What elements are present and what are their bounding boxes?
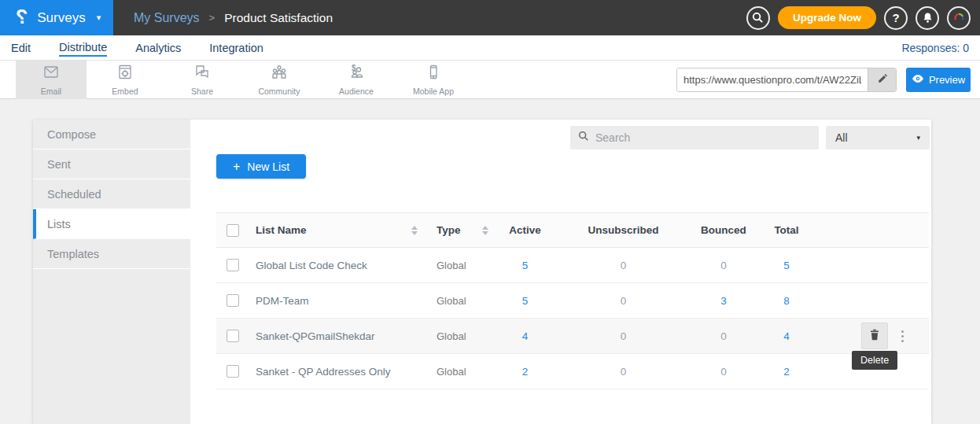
sidebar-item-templates[interactable]: Templates: [33, 239, 190, 269]
email-icon: [42, 64, 61, 84]
col-bounced: Bounced: [696, 213, 751, 248]
select-all-checkbox[interactable]: [227, 224, 239, 237]
tool-mobile-app[interactable]: Mobile App: [395, 61, 472, 99]
bounced-count[interactable]: 0: [696, 248, 751, 283]
new-list-button[interactable]: + New List: [216, 154, 306, 179]
top-bar: ? Surveys ▾ My Surveys > Product Satisfa…: [0, 0, 980, 35]
sidebar-item-scheduled[interactable]: Scheduled: [33, 179, 190, 209]
bounced-count[interactable]: 0: [696, 354, 751, 389]
tab-analytics[interactable]: Analytics: [135, 40, 181, 56]
unsubscribed-count[interactable]: 0: [551, 248, 696, 283]
upgrade-now-button[interactable]: Upgrade Now: [778, 6, 876, 29]
col-type: Type: [437, 224, 461, 236]
table-row: PDM-Team Global 5 0 3 8: [216, 283, 929, 319]
product-name: Surveys: [37, 10, 85, 26]
lists-panel: Compose Sent Scheduled Lists Templates A…: [33, 120, 931, 424]
select-checkbox[interactable]: [227, 259, 239, 271]
list-type: Global: [429, 319, 499, 354]
delete-list-button[interactable]: [861, 323, 888, 349]
sidebar-item-compose[interactable]: Compose: [33, 120, 190, 149]
search-icon[interactable]: [746, 6, 770, 30]
tool-share[interactable]: Share: [164, 61, 241, 99]
list-filter-dropdown[interactable]: All ▾: [826, 126, 930, 149]
community-icon: [270, 64, 289, 84]
table-row: Sanket - QP Addresses Only Global 2 0 0 …: [216, 354, 929, 389]
tab-integration[interactable]: Integration: [209, 40, 263, 56]
tool-email[interactable]: Email: [16, 61, 87, 99]
unsubscribed-count[interactable]: 0: [551, 319, 696, 354]
list-type: Global: [429, 248, 499, 283]
plus-icon: +: [233, 160, 240, 173]
distribute-sidebar: Compose Sent Scheduled Lists Templates: [33, 120, 190, 424]
email-lists-table: List Name Type Active Unsubscribed Bounc…: [216, 212, 929, 389]
col-unsubscribed: Unsubscribed: [551, 213, 696, 248]
notifications-bell-icon[interactable]: [916, 6, 939, 30]
sort-icon[interactable]: [482, 226, 488, 235]
col-active: Active: [499, 213, 551, 248]
list-type: Global: [429, 283, 499, 319]
embed-icon: [116, 64, 134, 84]
breadcrumb-my-surveys[interactable]: My Surveys: [134, 11, 200, 25]
chevron-down-icon: ▾: [97, 13, 101, 23]
preview-button[interactable]: Preview: [906, 68, 971, 92]
unsubscribed-count[interactable]: 0: [551, 354, 696, 389]
eye-icon: [912, 74, 924, 86]
bounced-count[interactable]: 3: [696, 283, 751, 319]
help-icon[interactable]: ?: [884, 6, 908, 30]
pencil-icon: [877, 73, 888, 87]
active-count[interactable]: 4: [499, 319, 551, 354]
sidebar-item-sent[interactable]: Sent: [33, 149, 190, 179]
row-menu-icon[interactable]: [898, 327, 907, 345]
product-switcher[interactable]: ? Surveys ▾: [0, 0, 113, 35]
topbar-actions: Upgrade Now ?: [746, 0, 971, 35]
bounced-count[interactable]: 0: [696, 319, 751, 354]
table-row-hovered: Sanket-QPGmailShekdar Global 4 0 0 4: [216, 319, 929, 354]
active-count[interactable]: 5: [499, 248, 551, 283]
active-count[interactable]: 2: [499, 354, 551, 389]
tool-embed[interactable]: Embed: [87, 61, 164, 99]
col-total: Total: [751, 213, 822, 248]
chevron-down-icon: ▾: [916, 134, 920, 142]
distribute-toolbar: Email Embed Share Community $ Audience M…: [0, 61, 980, 99]
survey-url-input[interactable]: [677, 68, 868, 91]
tab-edit[interactable]: Edit: [11, 40, 31, 56]
account-avatar[interactable]: [947, 6, 971, 30]
share-icon: [193, 64, 212, 84]
tool-audience[interactable]: $ Audience: [318, 61, 395, 99]
delete-tooltip: Delete: [852, 351, 897, 370]
table-row: Global List Code Check Global 5 0 0 5: [216, 248, 929, 283]
unsubscribed-count[interactable]: 0: [551, 283, 696, 319]
survey-url-field: [676, 68, 897, 92]
select-checkbox[interactable]: [227, 365, 239, 378]
total-count[interactable]: 2: [751, 354, 822, 389]
breadcrumb: My Surveys > Product Satisfaction: [134, 11, 333, 25]
list-name-link[interactable]: Sanket - QP Addresses Only: [248, 354, 429, 389]
search-input[interactable]: [595, 131, 811, 144]
tool-community[interactable]: Community: [241, 61, 318, 99]
mobile-app-icon: [424, 64, 443, 84]
survey-nav: Edit Distribute Analytics Integration Re…: [0, 35, 980, 61]
list-type: Global: [429, 354, 499, 389]
edit-url-button[interactable]: [868, 68, 896, 91]
breadcrumb-current-survey: Product Satisfaction: [224, 11, 333, 25]
sidebar-item-lists[interactable]: Lists: [33, 209, 190, 239]
list-name-link[interactable]: PDM-Team: [248, 283, 429, 319]
trash-icon: [868, 328, 881, 345]
select-checkbox[interactable]: [227, 330, 239, 342]
app-window: ? Surveys ▾ My Surveys > Product Satisfa…: [0, 0, 980, 424]
responses-count[interactable]: Responses: 0: [901, 42, 969, 54]
sort-icon[interactable]: [411, 226, 418, 235]
active-count[interactable]: 5: [499, 283, 551, 319]
questionpro-logo-icon: ?: [16, 7, 28, 27]
total-count[interactable]: 4: [751, 319, 822, 354]
col-list-name: List Name: [256, 224, 307, 236]
list-name-link[interactable]: Global List Code Check: [248, 248, 429, 283]
select-checkbox[interactable]: [227, 294, 239, 307]
tab-distribute[interactable]: Distribute: [59, 39, 107, 57]
total-count[interactable]: 8: [751, 283, 822, 319]
search-icon: [578, 131, 589, 145]
lists-main: All ▾ + New List List Name: [190, 120, 931, 424]
search-field: [570, 126, 819, 149]
list-name-link[interactable]: Sanket-QPGmailShekdar: [248, 319, 429, 354]
total-count[interactable]: 5: [751, 248, 822, 283]
